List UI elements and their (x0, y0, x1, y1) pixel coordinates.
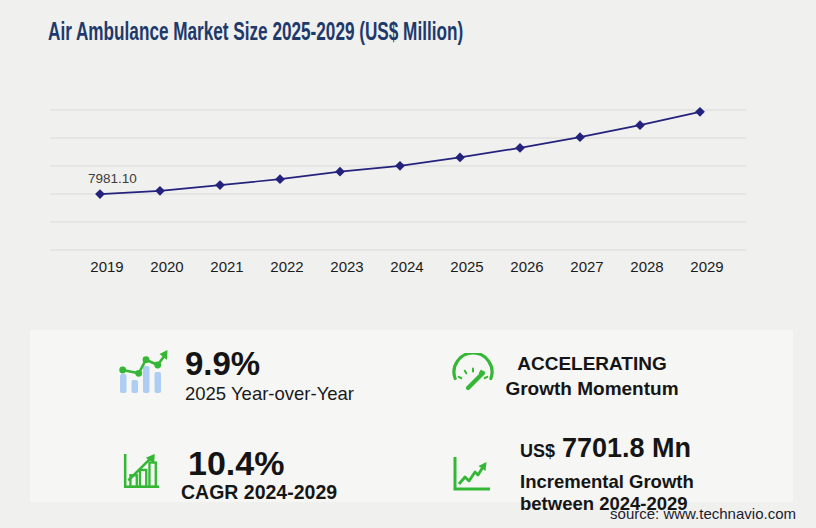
x-axis-tick-label: 2025 (450, 258, 483, 275)
x-axis-tick-label: 2024 (390, 258, 423, 275)
data-point-marker (515, 143, 525, 153)
x-axis-tick-label: 2023 (330, 258, 363, 275)
incremental-value-line: US$ 7701.8 Mn (520, 433, 694, 464)
data-point-marker (695, 107, 705, 117)
x-axis-tick-label: 2026 (510, 258, 543, 275)
market-size-line-chart: 2019202020212022202320242025202620272028… (30, 85, 790, 280)
cagr-label: CAGR 2024-2029 (181, 481, 337, 504)
x-axis-tick-label: 2028 (630, 258, 663, 275)
x-axis-tick-label: 2020 (150, 258, 183, 275)
data-point-marker (335, 167, 345, 177)
momentum-value: ACCELERATING (496, 351, 688, 376)
growth-bars-line-icon (113, 346, 171, 398)
data-point-marker (275, 174, 285, 184)
line-chart-arrow-icon (452, 456, 492, 492)
incremental-currency: US$ (520, 441, 555, 462)
data-point-label: 7981.10 (88, 171, 137, 186)
page-title: Air Ambulance Market Size 2025-2029 (US$… (48, 16, 463, 47)
x-axis-tick-label: 2027 (570, 258, 603, 275)
momentum-stat: ACCELERATING Growth Momentum (496, 351, 688, 401)
incremental-value: 7701.8 Mn (562, 433, 691, 464)
data-point-marker (635, 120, 645, 130)
source-attribution: source: www.technavio.com (610, 505, 796, 522)
momentum-label: Growth Momentum (496, 376, 688, 401)
incremental-stat: US$ 7701.8 Mn Incremental Growth between… (520, 433, 694, 514)
x-axis-tick-label: 2019 (90, 258, 123, 275)
yoy-label: 2025 Year-over-Year (185, 383, 354, 405)
infographic-canvas: Air Ambulance Market Size 2025-2029 (US$… (0, 0, 816, 528)
data-point-marker (455, 153, 465, 163)
incremental-label-line1: Incremental Growth (520, 471, 694, 493)
x-axis-tick-label: 2022 (270, 258, 303, 275)
speedometer-icon (450, 353, 496, 393)
bar-chart-arrow-icon (122, 452, 160, 490)
data-point-marker (95, 189, 105, 199)
series-line (100, 112, 700, 194)
yoy-value: 9.9% (185, 347, 260, 382)
x-axis-tick-label: 2029 (690, 258, 723, 275)
cagr-value: 10.4% (188, 446, 284, 482)
data-point-marker (575, 132, 585, 142)
data-point-marker (395, 161, 405, 171)
x-axis-tick-label: 2021 (210, 258, 243, 275)
data-point-marker (215, 180, 225, 190)
